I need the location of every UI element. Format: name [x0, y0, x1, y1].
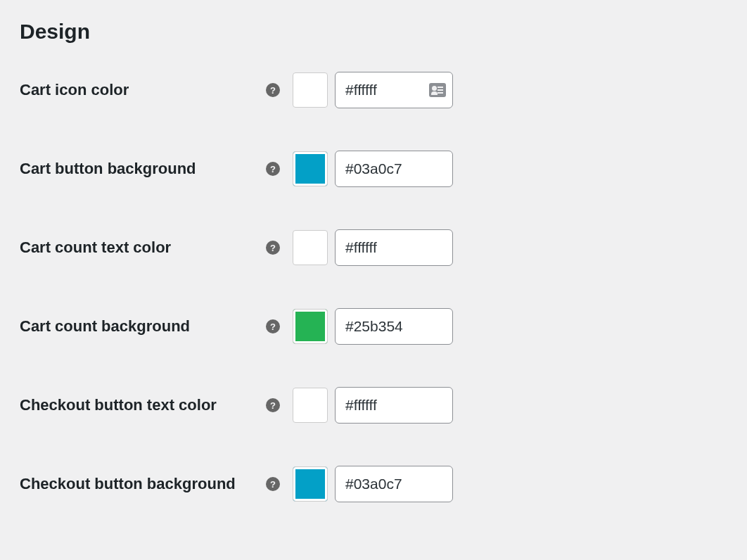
help-icon[interactable]: ? [266, 83, 280, 97]
color-input-cart-count-background[interactable] [335, 308, 453, 345]
color-swatch[interactable] [293, 230, 328, 265]
label-cart-button-background: Cart button background [20, 160, 266, 178]
color-swatch[interactable] [293, 151, 328, 186]
color-input-checkout-button-text-color[interactable] [335, 387, 453, 424]
row-checkout-button-text-color: Checkout button text color ? [20, 387, 727, 424]
row-cart-icon-color: Cart icon color ? [20, 72, 727, 108]
row-cart-count-text-color: Cart count text color ? [20, 229, 727, 266]
help-icon[interactable]: ? [266, 319, 280, 333]
label-cart-count-text-color: Cart count text color [20, 238, 266, 257]
color-input-checkout-button-background[interactable] [335, 466, 453, 502]
color-swatch[interactable] [293, 72, 328, 108]
row-cart-count-background: Cart count background ? [20, 308, 727, 345]
color-swatch[interactable] [293, 388, 328, 423]
help-icon[interactable]: ? [266, 398, 280, 412]
color-swatch[interactable] [293, 466, 328, 502]
autofill-icon[interactable] [429, 83, 446, 97]
color-input-cart-button-background[interactable] [335, 151, 453, 187]
section-heading: Design [20, 20, 727, 44]
row-cart-button-background: Cart button background ? [20, 151, 727, 187]
color-swatch[interactable] [293, 309, 328, 344]
help-icon[interactable]: ? [266, 241, 280, 255]
label-cart-count-background: Cart count background [20, 317, 266, 336]
row-checkout-button-background: Checkout button background ? [20, 466, 727, 502]
color-input-cart-count-text-color[interactable] [335, 229, 453, 266]
design-settings-table: Cart icon color ? Cart button background… [20, 72, 727, 502]
label-cart-icon-color: Cart icon color [20, 81, 266, 99]
label-checkout-button-text-color: Checkout button text color [20, 396, 266, 414]
help-icon[interactable]: ? [266, 477, 280, 491]
help-icon[interactable]: ? [266, 162, 280, 176]
label-checkout-button-background: Checkout button background [20, 475, 266, 493]
